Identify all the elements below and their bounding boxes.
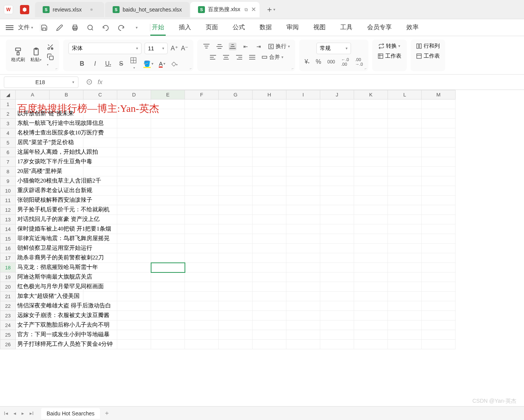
cell-C26[interactable] [83, 340, 117, 349]
cell-A18[interactable]: 马克龙：彻底摧毁哈马斯需十年 [16, 263, 50, 272]
cell-M9[interactable] [422, 176, 456, 186]
cell-C16[interactable] [83, 244, 117, 253]
cell-B6[interactable] [50, 148, 83, 157]
border-button[interactable]: ▾ [130, 57, 138, 70]
cell-H18[interactable] [253, 263, 286, 272]
cell-H19[interactable] [253, 272, 286, 282]
increase-indent-icon[interactable]: ⇥ [255, 43, 263, 50]
row-header-1[interactable]: 1 [0, 100, 16, 109]
cell-E9[interactable] [151, 176, 185, 186]
cell-G18[interactable] [219, 263, 253, 272]
cell-G20[interactable] [219, 282, 253, 292]
cell-M7[interactable] [422, 157, 456, 167]
sheet-nav-prev-icon[interactable]: ◂ [13, 410, 16, 416]
cell-I1[interactable] [286, 100, 320, 109]
cell-B12[interactable] [50, 205, 83, 215]
menu-tab-vip[interactable]: 会员专享 [366, 20, 393, 35]
cell-A3[interactable]: 东航一航班飞行途中出现故障信息 [16, 119, 50, 128]
qat-more-icon[interactable]: ▾ [133, 24, 140, 32]
cell-F19[interactable] [185, 272, 219, 282]
cell-G5[interactable] [219, 138, 253, 148]
cell-J16[interactable] [320, 244, 354, 253]
cell-G16[interactable] [219, 244, 253, 253]
cell-H23[interactable] [253, 311, 286, 320]
cell-G7[interactable] [219, 157, 253, 167]
cell-I4[interactable] [286, 128, 320, 138]
cell-A4[interactable]: 名校博士查出医院多收10万医疗费 [16, 128, 50, 138]
row-header-9[interactable]: 9 [0, 176, 16, 186]
cell-D16[interactable] [117, 244, 151, 253]
cell-C24[interactable] [83, 320, 117, 330]
cell-D6[interactable] [117, 148, 151, 157]
cell-G22[interactable] [219, 301, 253, 311]
cell-B20[interactable] [50, 282, 83, 292]
cell-K26[interactable] [354, 340, 388, 349]
copy-icon[interactable]: ▾ [47, 53, 54, 67]
cell-A8[interactable]: 20层"高楼"里种菜 [16, 167, 50, 176]
cell-A14[interactable]: 保时捷婚车被上40把锁 开1把要1条烟 [16, 224, 50, 234]
cell-M16[interactable] [422, 244, 456, 253]
cell-K18[interactable] [354, 263, 388, 272]
cell-L14[interactable] [388, 224, 422, 234]
cell-B25[interactable] [50, 330, 83, 340]
cell-G13[interactable] [219, 215, 253, 224]
menu-tab-view[interactable]: 视图 [312, 20, 327, 35]
cell-K8[interactable] [354, 167, 388, 176]
cell-G9[interactable] [219, 176, 253, 186]
cell-K23[interactable] [354, 311, 388, 320]
cell-J24[interactable] [320, 320, 354, 330]
cell-I20[interactable] [286, 282, 320, 292]
cell-H16[interactable] [253, 244, 286, 253]
cell-B8[interactable] [50, 167, 83, 176]
cell-B19[interactable] [50, 272, 83, 282]
cell-L20[interactable] [388, 282, 422, 292]
cell-F5[interactable] [185, 138, 219, 148]
percent-icon[interactable]: % [316, 58, 321, 65]
cell-L16[interactable] [388, 244, 422, 253]
paste-button[interactable]: 粘贴▾ [30, 47, 42, 63]
row-header-17[interactable]: 17 [0, 253, 16, 263]
cell-M19[interactable] [422, 272, 456, 282]
cell-F10[interactable] [185, 186, 219, 196]
cell-J8[interactable] [320, 167, 354, 176]
cell-L13[interactable] [388, 215, 422, 224]
cell-D15[interactable] [117, 234, 151, 244]
print-icon[interactable] [71, 24, 79, 32]
cell-H24[interactable] [253, 320, 286, 330]
cell-F23[interactable] [185, 311, 219, 320]
cell-A20[interactable]: 红色极光与月华月晕罕见同框画面 [16, 282, 50, 292]
cell-A16[interactable]: 朝鲜侦察卫星运用室开始运行 [16, 244, 50, 253]
cell-I21[interactable] [286, 292, 320, 301]
cell-K13[interactable] [354, 215, 388, 224]
cell-E5[interactable] [151, 138, 185, 148]
cell-D7[interactable] [117, 157, 151, 167]
cell-G23[interactable] [219, 311, 253, 320]
cell-E6[interactable] [151, 148, 185, 157]
column-header-L[interactable]: L [388, 90, 422, 100]
cell-I26[interactable] [286, 340, 320, 349]
cell-L12[interactable] [388, 205, 422, 215]
cell-A10[interactable]: 重庆辟谣养老金认证出台新规 [16, 186, 50, 196]
cell-L19[interactable] [388, 272, 422, 282]
cell-H14[interactable] [253, 224, 286, 234]
cell-E19[interactable] [151, 272, 185, 282]
cell-C8[interactable] [83, 167, 117, 176]
sheet-tab-active[interactable]: Baidu Hot Searches [41, 408, 100, 419]
cell-D23[interactable] [117, 311, 151, 320]
cell-C23[interactable] [83, 311, 117, 320]
cell-F12[interactable] [185, 205, 219, 215]
cell-E14[interactable] [151, 224, 185, 234]
cell-L18[interactable] [388, 263, 422, 272]
cell-G24[interactable] [219, 320, 253, 330]
cell-M20[interactable] [422, 282, 456, 292]
cell-A23[interactable]: 远嫁女子崩溃：衣服被丈夫泼豆瓣酱 [16, 311, 50, 320]
cell-H8[interactable] [253, 167, 286, 176]
comma-style-icon[interactable]: 000 [327, 59, 335, 65]
cell-J10[interactable] [320, 186, 354, 196]
row-header-3[interactable]: 3 [0, 119, 16, 128]
cell-D22[interactable] [117, 301, 151, 311]
cell-B17[interactable] [50, 253, 83, 263]
redo-icon[interactable] [117, 24, 125, 32]
cell-J17[interactable] [320, 253, 354, 263]
hamburger-icon[interactable] [6, 25, 13, 30]
